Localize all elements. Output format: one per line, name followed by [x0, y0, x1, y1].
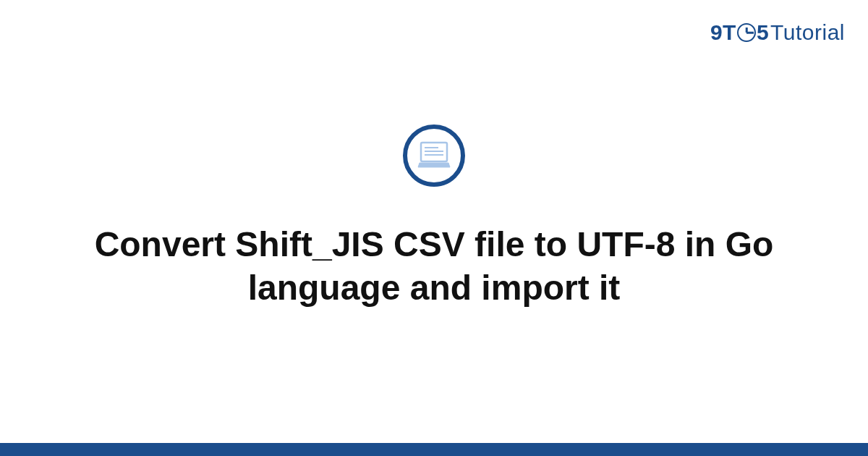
footer-accent-bar: [0, 443, 868, 456]
article-icon-circle: [403, 124, 465, 187]
article-title: Convert Shift_JIS CSV file to UTF-8 in G…: [72, 223, 796, 310]
laptop-icon: [417, 141, 451, 170]
content-area: Convert Shift_JIS CSV file to UTF-8 in G…: [0, 0, 868, 456]
